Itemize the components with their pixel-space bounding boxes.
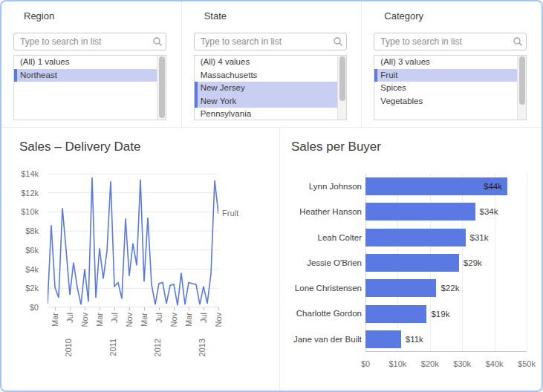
list-item[interactable]: Fruit: [374, 69, 517, 82]
bar-category-label[interactable]: Jane van der Built: [284, 327, 362, 352]
bar[interactable]: [365, 330, 401, 348]
filter-list: (All) 1 valuesNortheast: [13, 55, 166, 120]
x-tick-label: Jul: [198, 313, 209, 323]
search-icon[interactable]: [330, 36, 346, 47]
list-item[interactable]: Spices: [374, 82, 517, 95]
gridline: [527, 174, 527, 351]
filter-panel-state: State (All) 4 valuesMassachusettsNew Jer…: [182, 1, 362, 127]
list-item[interactable]: (All) 1 values: [14, 56, 157, 69]
x-tick: [174, 307, 175, 310]
x-tick-label: Mar: [183, 313, 194, 327]
search-box: [194, 33, 347, 50]
bar-category-label[interactable]: Leah Colter: [284, 225, 362, 250]
list-item[interactable]: (All) 4 values: [195, 56, 337, 69]
scrollbar-thumb[interactable]: [159, 56, 165, 118]
list-item[interactable]: Vegetables: [374, 95, 517, 108]
search-box: [13, 33, 166, 50]
search-icon[interactable]: [510, 36, 526, 47]
bar[interactable]: [365, 279, 436, 297]
charts-row: Sales – Delivery Date $0$2k$4k$6k$8k$10k…: [1, 128, 542, 391]
bar-value-label: $22k: [440, 284, 459, 293]
bar-chart-title: Sales per Buyer: [291, 140, 381, 154]
y-tick-label: $14k: [21, 169, 39, 178]
bar[interactable]: [365, 229, 466, 246]
list-item[interactable]: Northeast: [14, 69, 157, 82]
search-box: [374, 33, 527, 50]
scrollbar[interactable]: [337, 56, 346, 120]
scrollbar[interactable]: [157, 56, 166, 120]
bar-plot: $44k$34k$31k$29k$22k$19k$11k: [365, 174, 527, 352]
x-tick-label: Nov: [169, 313, 179, 327]
x-tick-label: Mar: [50, 313, 60, 327]
bar-category-label[interactable]: Charlotte Gordon: [284, 301, 362, 326]
bar-chart-panel: Sales per Buyer Lynn JohnsonHeather Hans…: [280, 128, 542, 391]
x-tick-label: $50k: [518, 359, 536, 368]
list-item[interactable]: (All) 3 values: [374, 56, 517, 69]
bar-value-label: $31k: [470, 233, 489, 242]
bar-category-label[interactable]: Heather Hanson: [284, 199, 362, 224]
y-tick-label: $12k: [21, 189, 39, 197]
y-tick-label: $10k: [21, 207, 39, 216]
bar[interactable]: [365, 305, 426, 323]
x-tick-label: $40k: [486, 359, 504, 368]
y-tick-label: $2k: [25, 284, 39, 293]
x-tick: [189, 307, 189, 310]
search-input[interactable]: [195, 36, 330, 47]
bar[interactable]: [365, 254, 459, 272]
filter-list: (All) 4 valuesMassachusettsNew JerseyNew…: [194, 55, 347, 120]
bar-category-label[interactable]: Lynn Johnson: [284, 174, 362, 199]
bar[interactable]: $44k: [365, 177, 507, 195]
scrollbar[interactable]: [517, 56, 526, 120]
x-tick-label: $20k: [421, 359, 439, 368]
x-tick-label: Jul: [65, 313, 75, 323]
filter-list-items: (All) 1 valuesNortheast: [14, 56, 157, 120]
list-item[interactable]: New York: [195, 95, 337, 108]
x-tick-label: Mar: [94, 313, 105, 327]
bar-row: $44k: [365, 174, 527, 199]
line-chart-plot: [48, 174, 218, 307]
y-tick-label: $8k: [25, 226, 39, 235]
bar-category-label[interactable]: Lone Christensen: [284, 275, 362, 301]
series-label: Fruit: [222, 209, 238, 218]
bar-value-label: $44k: [484, 182, 502, 191]
scrollbar-thumb[interactable]: [339, 56, 345, 101]
x-tick: [159, 307, 160, 310]
bar-value-label: $11k: [406, 335, 423, 344]
y-tick-label: $4k: [25, 265, 39, 274]
x-year-label: 2013: [197, 339, 207, 356]
x-tick-label: $0: [361, 359, 370, 368]
search-input[interactable]: [14, 36, 149, 47]
search-icon[interactable]: [149, 36, 166, 47]
bar-row: $31k: [365, 225, 527, 250]
bar-xaxis: $0$10k$20k$30k$40k$50k: [365, 356, 527, 368]
bar-row: $34k: [365, 199, 527, 224]
bar-row: $29k: [365, 250, 527, 275]
list-item[interactable]: New Jersey: [195, 82, 337, 95]
list-item[interactable]: Massachusetts: [195, 69, 337, 82]
line-chart-xaxis: MarJulNov2010MarJulNov2011MarJulNov2012M…: [48, 307, 226, 376]
x-tick-label: Jul: [109, 313, 120, 323]
line-chart-title: Sales – Delivery Date: [19, 140, 140, 154]
x-tick-label: $10k: [388, 359, 406, 368]
x-tick: [114, 307, 115, 310]
list-item[interactable]: Pennsylvania: [195, 108, 337, 120]
search-input[interactable]: [374, 36, 510, 47]
line-series[interactable]: [48, 177, 218, 305]
filter-title: Region: [24, 10, 54, 22]
x-tick-label: Nov: [79, 313, 90, 327]
bar-category-label[interactable]: Jessie O'Brien: [284, 250, 362, 275]
x-tick: [100, 307, 100, 310]
bar-row: $22k: [365, 275, 527, 301]
filter-list: (All) 3 valuesFruitSpicesVegetables: [374, 55, 527, 120]
y-tick-label: $6k: [25, 246, 39, 255]
filter-list-items: (All) 4 valuesMassachusettsNew JerseyNew…: [195, 56, 337, 120]
bar-rows: $44k$34k$31k$29k$22k$19k$11k: [365, 174, 527, 351]
filter-title: Category: [384, 10, 423, 22]
filter-list-items: (All) 3 valuesFruitSpicesVegetables: [374, 56, 517, 120]
line-chart-panel: Sales – Delivery Date $0$2k$4k$6k$8k$10k…: [1, 128, 280, 391]
bar-row: $11k: [365, 327, 527, 352]
bar[interactable]: [365, 203, 475, 220]
x-tick-label: Nov: [213, 313, 224, 327]
bar-value-label: $34k: [480, 207, 498, 216]
scrollbar-thumb[interactable]: [519, 56, 525, 105]
